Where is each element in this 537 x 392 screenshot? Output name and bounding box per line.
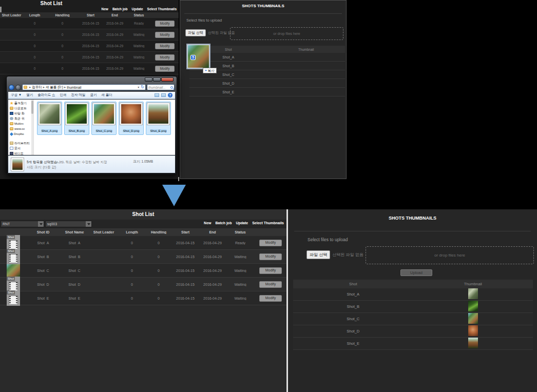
sidebar-item-label: Dropbo — [14, 132, 24, 135]
search-input[interactable]: thumbnail... — [147, 84, 175, 90]
maximize-button[interactable] — [153, 77, 161, 82]
sidebar-item-dropbox[interactable]: Dropbo — [10, 131, 33, 136]
chevron-down-icon — [38, 221, 44, 227]
table-row-shot-d: Shot Shot_D Shot_D 0 0 2016-04-15 2016-0… — [0, 278, 286, 291]
cell-start: 2016-04-15 — [79, 33, 103, 36]
video-icon — [10, 152, 13, 155]
modify-button[interactable]: Modify — [259, 295, 282, 302]
sidebar-item-desktop[interactable]: 바탕 화 — [10, 111, 33, 116]
file-tile-shot-b[interactable]: Shot_B.png — [64, 102, 89, 135]
favorites-group[interactable]: 즐겨찾기 — [10, 101, 33, 106]
breadcrumb[interactable]: ▸ 컴퓨터 ▸ 새 볼륨 (D:) ▸ thumbnail ▼ ↻ — [22, 84, 146, 90]
upload-button[interactable]: Upload — [400, 269, 432, 276]
shot-list-actions: New Batch job Update Select Thumbnails — [204, 221, 284, 225]
modify-button[interactable]: Modify — [155, 21, 175, 27]
col-end: End — [199, 230, 226, 234]
modify-button[interactable]: Modify — [259, 253, 282, 260]
file-tile-shot-e[interactable]: Shot_E.png — [146, 102, 171, 135]
drag-ghost-thumbnail[interactable]: 5 — [186, 44, 210, 69]
open-button[interactable]: 열기 — [26, 93, 33, 97]
cell-start: 2016-04-15 — [79, 22, 103, 25]
sidebar-item-www[interactable]: www.cc — [10, 126, 33, 131]
update-button[interactable]: Update — [132, 7, 143, 11]
modify-button[interactable]: Modify — [259, 281, 282, 288]
email-button[interactable]: 전자 메일 — [71, 93, 86, 97]
file-tile-shot-c[interactable]: Shot_C.png — [91, 102, 117, 135]
drop-zone[interactable]: or drop files here — [366, 246, 534, 264]
project-select-value: RNT — [3, 222, 10, 226]
project-select[interactable]: RNT — [1, 221, 44, 227]
cell-shot-id: Shot_E — [27, 297, 60, 300]
crumb-volume[interactable]: 새 볼륨 (D:) — [46, 85, 63, 90]
folder-icon — [10, 122, 13, 125]
close-button[interactable] — [161, 77, 174, 82]
sidebar-item-multimedia[interactable]: Multim — [10, 121, 33, 126]
views-icon[interactable] — [155, 93, 159, 97]
cell-shot: Shot_B — [293, 304, 413, 309]
window-controls — [145, 77, 174, 82]
batch-job-button[interactable]: Batch job — [112, 7, 128, 11]
crumb-separator: ▸ — [64, 85, 66, 89]
new-button[interactable]: New — [204, 221, 211, 225]
address-dropdown-icon[interactable]: ▼ — [137, 86, 140, 89]
col-thumbnail: Thumbnail — [413, 282, 533, 286]
batch-job-button[interactable]: Batch job — [216, 221, 232, 225]
sequence-select[interactable]: sq003 — [45, 221, 92, 227]
modify-button[interactable]: Modify — [155, 32, 175, 38]
sidebar-scrollbar[interactable] — [31, 100, 33, 155]
select-thumbnails-button[interactable]: Select Thumbnails — [252, 221, 284, 225]
cell-end: 2016-04-29 — [199, 283, 226, 286]
status-text: 5개 항목을 선택했습니다. 찍은 날짜: 수정한 날짜 지정 사진 크기: (… — [27, 160, 107, 170]
cell-start: 2016-04-15 — [79, 55, 103, 59]
sidebar-item-label: 문서 — [14, 146, 21, 151]
table-row: 0 0 2016-04-15 2016-04-29 Waiting Modify — [0, 29, 179, 41]
modify-button[interactable]: Modify — [155, 43, 175, 49]
folder-icon — [10, 127, 13, 130]
sidebar-item-recent[interactable]: 최근 위 — [10, 116, 33, 121]
crumb-computer[interactable]: 컴퓨터 — [32, 85, 42, 90]
sidebar-item-videos[interactable]: 비디오 — [10, 151, 33, 155]
forward-button[interactable] — [15, 85, 21, 90]
sidebar-item-downloads[interactable]: 다운로드 — [10, 106, 33, 111]
select-thumbnails-button[interactable]: Select Thumbnails — [147, 7, 177, 11]
help-icon[interactable]: ? — [168, 93, 172, 97]
file-tile-shot-d[interactable]: Shot_D.png — [119, 102, 144, 135]
cell-handling: 0 — [146, 283, 171, 286]
cell-shot-name: Shot_A — [60, 241, 89, 245]
organize-menu[interactable]: 구성 ▼ — [11, 93, 22, 97]
modify-button[interactable]: Modify — [259, 267, 282, 274]
col-shot-leader: Shot Leader — [89, 230, 118, 234]
crumb-thumbnail[interactable]: thumbnail — [67, 86, 81, 89]
burn-button[interactable]: 굽기 — [90, 93, 97, 97]
preview-pane-icon[interactable] — [161, 93, 166, 97]
cell-start: 2016-04-15 — [171, 241, 199, 245]
col-start: Start — [79, 13, 103, 17]
new-folder-button[interactable]: 새 폴더 — [101, 93, 112, 97]
modify-button[interactable]: Modify — [155, 54, 175, 61]
cell-thumbnail — [413, 338, 533, 349]
back-button[interactable] — [9, 85, 14, 90]
film-strip-icon — [9, 282, 18, 291]
drop-zone[interactable]: or drop files here — [230, 27, 343, 40]
sidebar-item-documents[interactable]: 문서 — [10, 146, 33, 151]
file-tile-shot-a[interactable]: Shot_A.png — [37, 102, 62, 135]
cell-thumbnail — [413, 301, 533, 312]
slideshow-button[interactable]: 슬라이드 쇼 — [37, 93, 55, 97]
status-thumbnail — [11, 158, 24, 171]
libraries-group[interactable]: 라이브러리 — [10, 141, 33, 146]
file-select-button[interactable]: 파일 선택 — [306, 250, 330, 259]
minimize-button[interactable] — [145, 77, 152, 82]
film-strip-icon — [9, 240, 18, 249]
refresh-icon[interactable]: ↻ — [141, 85, 144, 89]
select-files-label: Select files to upload — [186, 18, 222, 23]
modify-button[interactable]: Modify — [259, 240, 282, 246]
print-button[interactable]: 인쇄 — [60, 93, 67, 97]
cell-start: 2016-04-15 — [79, 67, 103, 70]
status-bar: 5개 항목을 선택했습니다. 찍은 날짜: 수정한 날짜 지정 사진 크기: (… — [8, 155, 175, 173]
file-select-button[interactable]: 파일 선택 — [185, 29, 206, 36]
cell-end: 2016-04-29 — [103, 33, 127, 36]
new-button[interactable]: New — [102, 7, 108, 11]
update-button[interactable]: Update — [236, 221, 248, 225]
modify-button[interactable]: Modify — [155, 66, 175, 72]
table-row: Shot_A — [189, 53, 345, 62]
